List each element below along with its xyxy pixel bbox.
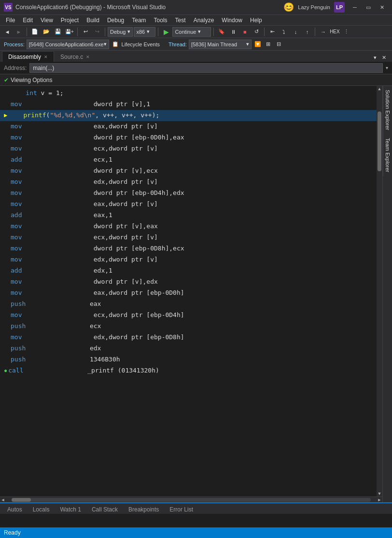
open-button[interactable]: 📂 — [41, 27, 52, 37]
show-next-statement-button[interactable]: → — [318, 27, 328, 37]
bottom-panel-content — [0, 514, 392, 527]
thread-dropdown[interactable]: [5836] Main Thread ▾ — [189, 40, 252, 49]
code-line-9: mov dword ptr [ebp-0D4h],edx — [0, 188, 382, 199]
tab-autos[interactable]: Autos — [2, 504, 28, 514]
code-printf-call: printf — [8, 110, 46, 121]
step-out-button[interactable]: ↑ — [302, 27, 312, 37]
code-line-22: mov edx,dword ptr [ebp-0D8h] — [0, 332, 382, 343]
code-add-1: add — [11, 154, 44, 165]
hex-view-button[interactable]: HEX — [329, 27, 340, 37]
code-mov-5-op: dword ptr [v],ecx — [44, 166, 158, 176]
menu-edit[interactable]: Edit — [19, 15, 37, 26]
code-mov-5: mov — [11, 166, 44, 176]
thread-options-1[interactable]: ⊞ — [264, 40, 273, 49]
code-mov-13: mov — [11, 276, 44, 287]
scroll-thumb[interactable] — [378, 111, 381, 171]
scroll-right-button[interactable]: ► — [377, 497, 382, 503]
new-project-button[interactable]: 📄 — [29, 27, 40, 37]
tab-call-stack[interactable]: Call Stack — [86, 504, 123, 514]
tab-menu-button[interactable]: ▾ — [371, 53, 379, 62]
menu-help[interactable]: Help — [246, 15, 266, 26]
team-explorer-label[interactable]: Team Explorer — [383, 134, 392, 176]
code-add-2: add — [11, 210, 44, 221]
bookmark-button[interactable]: 🔖 — [216, 27, 227, 37]
menu-view[interactable]: View — [37, 15, 57, 26]
continue-play-button[interactable]: ▶ — [161, 27, 171, 37]
platform-dropdown[interactable]: x86 ▾ — [134, 27, 155, 37]
tab-pin-icon[interactable]: ✕ — [44, 55, 48, 59]
more-debug-button[interactable]: ⋮ — [341, 27, 351, 37]
undo-button[interactable]: ↩ — [80, 27, 91, 37]
restart-button[interactable]: ↺ — [251, 27, 262, 37]
tab-source-c[interactable]: Source.c ✕ — [54, 51, 96, 62]
menu-test[interactable]: Test — [171, 15, 190, 26]
tab-breakpoints[interactable]: Breakpoints — [123, 504, 164, 514]
horizontal-scrollbar[interactable]: ◄ ► — [0, 497, 382, 502]
code-editor[interactable]: int v = 1; mov dword ptr [v],1 ► printf — [0, 86, 382, 497]
tab-watch-1[interactable]: Watch 1 — [55, 504, 86, 514]
scroll-up-button[interactable]: ▲ — [377, 86, 382, 92]
stop-button[interactable]: ■ — [239, 27, 250, 37]
scroll-down-button[interactable]: ▼ — [377, 491, 382, 497]
close-all-tabs-button[interactable]: ✕ — [379, 53, 388, 62]
address-bar: Address: main(...) ▾ — [0, 62, 392, 74]
step-over-button[interactable]: ⤵ — [279, 27, 289, 37]
step-into-button[interactable]: ↓ — [290, 27, 301, 37]
scroll-left-button[interactable]: ◄ — [0, 497, 6, 503]
forward-button[interactable]: ► — [14, 27, 24, 37]
viewing-options-label[interactable]: Viewing Options — [11, 77, 53, 83]
redo-button[interactable]: ↪ — [92, 27, 102, 37]
code-line-11: add eax,1 — [0, 210, 382, 221]
menu-build[interactable]: Build — [83, 15, 103, 26]
thread-options-2[interactable]: ⊟ — [275, 40, 283, 49]
vertical-scrollbar[interactable]: ▲ ▼ — [377, 86, 382, 497]
lifecycle-events-button[interactable]: 📋 — [111, 40, 120, 49]
continue-dropdown[interactable]: Continue ▾ — [172, 27, 211, 37]
close-button[interactable]: ✕ — [376, 2, 388, 12]
solution-explorer-label[interactable]: Solution Explorer — [383, 86, 392, 134]
code-mov-3-op: dword ptr [ebp-0D0h],eax — [44, 132, 184, 143]
user-avatar: LP — [334, 2, 345, 13]
call-indicator-icon: ● — [4, 366, 7, 376]
title-bar: VS ConsoleApplication6 (Debugging) - Mic… — [0, 0, 392, 14]
debug-config-dropdown[interactable]: Debug ▾ — [108, 27, 133, 37]
process-dropdown[interactable]: [5648] ConsoleApplication6.exe ▾ — [27, 40, 109, 49]
address-value: main(...) — [33, 65, 54, 71]
minimize-button[interactable]: ─ — [349, 2, 361, 12]
viewing-options-check-icon: ✔ — [4, 77, 9, 83]
pause-button[interactable]: ⏸ — [228, 27, 238, 37]
address-dropdown-arrow[interactable]: ▾ — [386, 65, 388, 70]
code-line-18: mov eax,dword ptr [ebp-0D0h] — [0, 288, 382, 299]
menu-file[interactable]: File — [2, 15, 19, 26]
tab-error-list[interactable]: Error List — [164, 504, 198, 514]
code-push-1-op: eax — [44, 299, 101, 309]
tab-locals[interactable]: Locals — [28, 504, 55, 514]
code-mov-6: mov — [11, 177, 44, 187]
tab-source-close-icon[interactable]: ✕ — [86, 55, 90, 59]
save-all-button[interactable]: 💾+ — [64, 27, 75, 37]
menu-team[interactable]: Team — [128, 15, 150, 26]
toolbar-separator-4 — [158, 28, 158, 36]
menu-window[interactable]: Window — [218, 15, 246, 26]
menu-debug[interactable]: Debug — [103, 15, 128, 26]
address-input[interactable]: main(...) — [29, 63, 383, 73]
step-back-button[interactable]: ⇤ — [267, 27, 278, 37]
h-scroll-thumb[interactable] — [12, 498, 31, 502]
code-mov-9: mov — [11, 221, 44, 232]
viewing-options-bar: ✔ Viewing Options — [0, 74, 392, 86]
tab-disassembly[interactable]: Disassembly ✕ — [2, 51, 54, 62]
scroll-track — [378, 92, 381, 491]
menu-tools[interactable]: Tools — [150, 15, 171, 26]
bottom-tab-bar: Autos Locals Watch 1 Call Stack Breakpoi… — [0, 503, 392, 514]
menu-analyze[interactable]: Analyze — [190, 15, 218, 26]
restore-button[interactable]: ▭ — [362, 2, 375, 12]
address-label: Address: — [4, 65, 27, 71]
code-line-23: push edx — [0, 343, 382, 354]
emoji-icon: 😊 — [283, 2, 294, 13]
thread-filter-button[interactable]: 🔽 — [253, 40, 262, 49]
save-button[interactable]: 💾 — [53, 27, 63, 37]
back-button[interactable]: ◄ — [2, 27, 13, 37]
code-mov-10: mov — [11, 232, 44, 243]
menu-project[interactable]: Project — [57, 15, 83, 26]
code-line-12: mov dword ptr [v],eax — [0, 221, 382, 232]
